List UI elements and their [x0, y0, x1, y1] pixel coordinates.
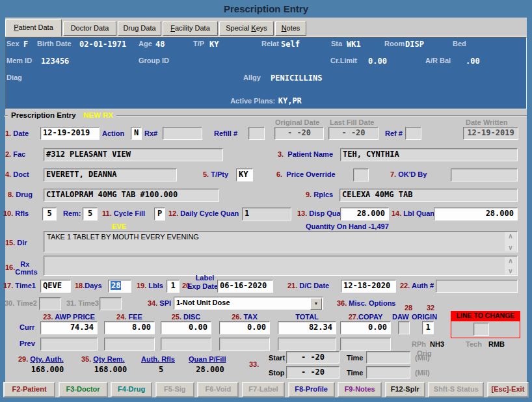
curr-row-label: Curr: [20, 323, 34, 331]
rx-number-field[interactable]: [163, 127, 202, 140]
field-6-price-override-label: 6. Price Override: [276, 170, 336, 178]
tab-doctor-data[interactable]: Doctor Data: [63, 21, 116, 36]
curr-awp-field[interactable]: 74.34: [40, 321, 98, 334]
field-16-rx-cmnts-label: 16.RxCmnts: [5, 260, 38, 276]
origin-field[interactable]: 1: [422, 321, 434, 334]
tab-drug-data[interactable]: Drug Data: [118, 21, 161, 36]
f2-patient-button[interactable]: F2-Patient: [3, 382, 55, 397]
label-text: Auth #: [412, 282, 434, 289]
replaces-field[interactable]: CELEXA 40MG TAB: [339, 189, 518, 202]
directions-scrollbar[interactable]: ∧ ∨: [505, 232, 516, 251]
rx-comments-textarea[interactable]: ∧ ∨: [44, 256, 518, 276]
scroll-up-icon[interactable]: ∧: [508, 257, 512, 264]
daily-cycle-quan-field[interactable]: 1: [242, 208, 291, 221]
label-text: AWP PRICE: [55, 313, 95, 321]
scroll-up-icon[interactable]: ∧: [508, 232, 512, 239]
tech-value: RMB: [488, 340, 505, 348]
field-4-doct-label: 4. Doct: [5, 170, 29, 178]
esc-exit-button[interactable]: [Esc]-Exit: [487, 382, 529, 397]
active-plans: Active Plans: KY,PR: [5, 94, 527, 106]
label-exp-date-field[interactable]: 06-16-2020: [217, 280, 273, 293]
prev-row-label: Prev: [20, 340, 35, 347]
start-time-field[interactable]: [366, 351, 410, 364]
last-fill-date-field: - -20: [328, 127, 379, 140]
time1-field[interactable]: QEVE: [40, 280, 71, 293]
ref-number-field[interactable]: [405, 127, 421, 140]
field-number: 25.: [172, 313, 181, 321]
tpty-field[interactable]: KY: [236, 168, 253, 181]
cycle-fill-field[interactable]: P: [154, 208, 165, 221]
f3-doctor-button[interactable]: F3-Doctor: [59, 382, 108, 397]
tab-notes[interactable]: Notes: [275, 21, 306, 36]
field-33-number: 33.: [249, 360, 259, 368]
qty-auth-value: 168.000: [26, 365, 69, 374]
field-30-time2-label: 30. Time2: [5, 299, 37, 307]
doctor-field[interactable]: EVERETT, DEANNA: [44, 168, 177, 181]
price-override-field[interactable]: [353, 168, 369, 181]
refill-number-field[interactable]: [248, 127, 265, 140]
tab-facility-data[interactable]: Facility Data: [163, 21, 218, 36]
f9-notes-button[interactable]: F9-Notes: [338, 382, 382, 397]
tab-special-keys[interactable]: Special Keys: [219, 21, 274, 36]
field-18-days-label: 18.Days: [75, 282, 102, 289]
awp-price-header: 23. AWP PRICE: [40, 313, 98, 321]
line-to-change-field[interactable]: [473, 323, 489, 336]
tab-patient-data[interactable]: Patient Data: [5, 19, 62, 36]
ref-number-label: Ref #: [385, 129, 403, 137]
field-number: 6.: [276, 170, 282, 178]
f4-drug-button[interactable]: F4-Drug: [111, 382, 152, 397]
label-text: Rfls: [15, 209, 29, 217]
dropdown-arrow-icon[interactable]: ▼: [310, 298, 322, 310]
curr-total-field[interactable]: 82.34: [278, 321, 336, 334]
relat-label: Relat: [261, 40, 279, 47]
date-field[interactable]: 12-19-2019: [40, 127, 100, 140]
field-number: 29.: [18, 355, 28, 363]
days-field[interactable]: 28: [108, 280, 131, 293]
refills-field[interactable]: 5: [42, 208, 57, 221]
lbl-quan-field[interactable]: 28.000: [434, 208, 518, 221]
cr-limit-label: Cr.Limit: [330, 57, 357, 64]
stop-date-field[interactable]: - -20: [286, 366, 339, 379]
curr-tax-field[interactable]: 0.00: [219, 321, 270, 334]
field-number: 10.: [3, 209, 13, 217]
field-number: 34.: [148, 299, 157, 307]
curr-fee-field[interactable]: 8.00: [104, 321, 155, 334]
label-text: Auth. Rfls: [141, 355, 175, 363]
field-number: 22.: [400, 282, 410, 289]
rem-field[interactable]: 5: [83, 208, 98, 221]
start-mil-label: (Mil): [415, 354, 430, 362]
f12-splr-button[interactable]: F12-Splr: [385, 382, 425, 397]
facility-field[interactable]: #312 PLEASANT VIEW: [44, 148, 223, 161]
sex-label: Sex: [7, 40, 20, 47]
auth-rfls-label: Auth. Rfls: [141, 355, 175, 363]
stop-time-field[interactable]: [366, 366, 410, 379]
rx-comments-scrollbar[interactable]: ∧ ∨: [505, 257, 516, 275]
auth-number-field[interactable]: [436, 280, 518, 293]
scroll-down-icon[interactable]: ∨: [508, 244, 512, 251]
directions-textarea[interactable]: TAKE 1 TABLET BY MOUTH EVERY EVENING ∧ ∨: [44, 231, 518, 252]
curr-copay-field[interactable]: 0.00: [340, 321, 391, 334]
field-number: 12.: [168, 209, 178, 217]
scroll-down-icon[interactable]: ∨: [508, 267, 512, 275]
daw-field[interactable]: [398, 321, 410, 334]
origin-header: ORIGIN: [412, 313, 437, 321]
action-field[interactable]: N: [131, 127, 142, 140]
label-text: Time1: [15, 282, 36, 289]
labels-count-field[interactable]: 1: [166, 280, 180, 293]
start-date-field[interactable]: - -20: [286, 351, 339, 364]
prev-fee-field: [104, 338, 155, 351]
disp-quan-field[interactable]: 28.000: [340, 208, 389, 221]
f8-profile-button[interactable]: F8-Profile: [288, 382, 335, 397]
quan-pfill-label: Quan P/Fill: [189, 355, 226, 363]
field-3-patient-name-label: 3. Patient Name: [278, 150, 333, 158]
okd-by-field[interactable]: [451, 168, 518, 181]
patient-name-field[interactable]: TEH, CYNTHIA: [340, 148, 518, 161]
tab-strip-divider: [5, 36, 527, 36]
spi-dropdown[interactable]: 1-Not Unit Dose ▼: [174, 297, 323, 310]
drug-field[interactable]: CITALOPRAM 40MG TAB #100.000: [44, 189, 219, 202]
dc-date-field[interactable]: 12-18-2020: [341, 280, 396, 293]
age-label: Age: [139, 40, 152, 47]
last-fill-date-label: Last Fill Date: [330, 118, 374, 126]
curr-disc-field[interactable]: 0.00: [161, 321, 211, 334]
tax-header: 26. TAX: [219, 313, 270, 321]
